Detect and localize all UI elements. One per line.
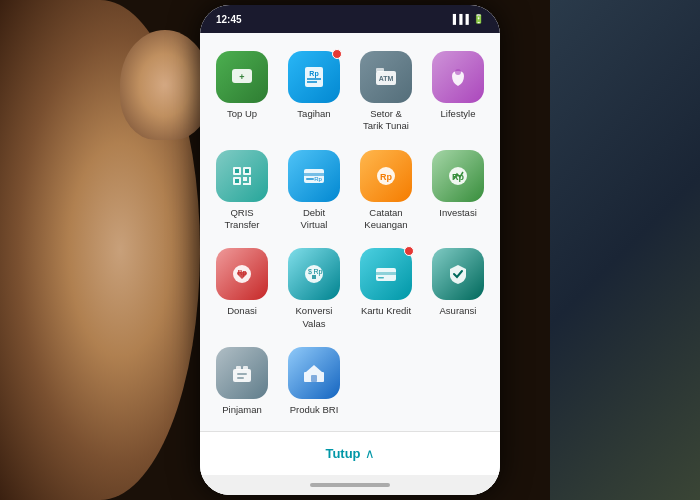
menu-item-kartu[interactable]: Kartu Kredit [352, 242, 420, 337]
svg-text:ATM: ATM [379, 75, 394, 82]
svg-text:Rp: Rp [238, 269, 247, 277]
svg-rect-21 [306, 178, 314, 180]
setor-icon-wrap: ATM [360, 51, 412, 103]
signal-icon: ▐▐▐ [450, 14, 469, 24]
svg-rect-33 [376, 272, 396, 275]
battery-icon: 🔋 [473, 14, 484, 24]
produk-icon-wrap [288, 347, 340, 399]
menu-item-qris[interactable]: QRISTransfer [208, 144, 276, 239]
svg-text:$: $ [308, 268, 312, 275]
investasi-icon: Rp [444, 162, 472, 190]
produk-label: Produk BRI [290, 404, 339, 416]
svg-text:Rp: Rp [314, 176, 322, 182]
topup-label: Top Up [227, 108, 257, 120]
home-indicator-area [200, 475, 500, 495]
lifestyle-icon-wrap [432, 51, 484, 103]
pinjaman-label: Pinjaman [222, 404, 262, 416]
donasi-icon: Rp [228, 260, 256, 288]
svg-rect-15 [235, 179, 239, 183]
home-indicator [310, 483, 390, 487]
qris-label: QRISTransfer [224, 207, 259, 232]
investasi-icon-wrap: Rp [432, 150, 484, 202]
menu-item-debit[interactable]: Rp DebitVirtual [280, 144, 348, 239]
lifestyle-label: Lifestyle [441, 108, 476, 120]
konversi-icon-wrap: $ Rp [288, 248, 340, 300]
menu-item-produk[interactable]: Produk BRI [280, 341, 348, 423]
svg-rect-34 [378, 277, 384, 279]
status-icons: ▐▐▐ 🔋 [450, 14, 484, 24]
catatan-icon-wrap: Rp [360, 150, 412, 202]
svg-rect-8 [376, 68, 384, 72]
tagihan-label: Tagihan [297, 108, 330, 120]
svg-rect-41 [311, 375, 317, 382]
setor-label: Setor &Tarik Tunai [363, 108, 409, 133]
debit-icon: Rp [300, 162, 328, 190]
menu-item-topup[interactable]: + Top Up [208, 45, 276, 140]
app-content: + Top Up Rp [200, 33, 500, 495]
tagihan-icon-wrap: Rp [288, 51, 340, 103]
pinjaman-icon [228, 359, 256, 387]
investasi-label: Investasi [439, 207, 477, 219]
svg-rect-39 [237, 377, 244, 379]
kartu-icon-wrap [360, 248, 412, 300]
asuransi-icon-wrap [432, 248, 484, 300]
qris-icon-wrap [216, 150, 268, 202]
svg-rect-11 [235, 169, 239, 173]
menu-grid: + Top Up Rp [200, 33, 500, 431]
svg-rect-35 [233, 369, 251, 382]
tutup-arrow-icon: ∧ [365, 446, 375, 461]
asuransi-label: Asuransi [440, 305, 477, 317]
kartu-icon [372, 260, 400, 288]
pinjaman-icon-wrap [216, 347, 268, 399]
menu-item-lifestyle[interactable]: Lifestyle [424, 45, 492, 140]
asuransi-icon [444, 260, 472, 288]
svg-rect-16 [243, 177, 247, 181]
konversi-label: KonversiValas [296, 305, 333, 330]
topup-icon-wrap: + [216, 51, 268, 103]
svg-rect-13 [245, 169, 249, 173]
svg-text:Rp: Rp [314, 268, 323, 276]
tutup-label: Tutup [325, 446, 360, 461]
svg-rect-17 [249, 177, 251, 185]
svg-rect-38 [237, 373, 247, 375]
svg-text:Rp: Rp [309, 70, 318, 78]
bottom-bar: Tutup ∧ [200, 431, 500, 475]
catatan-label: CatatanKeuangan [364, 207, 407, 232]
produk-icon [300, 359, 328, 387]
tagihan-icon: Rp [300, 63, 328, 91]
svg-text:Rp: Rp [380, 172, 392, 182]
phone-screen: 12:45 ▐▐▐ 🔋 + Top Up [200, 5, 500, 495]
catatan-icon: Rp [372, 162, 400, 190]
qris-icon [228, 162, 256, 190]
menu-item-asuransi[interactable]: Asuransi [424, 242, 492, 337]
svg-rect-18 [243, 183, 249, 185]
menu-item-catatan[interactable]: Rp CatatanKeuangan [352, 144, 420, 239]
topup-icon: + [228, 63, 256, 91]
konversi-icon: $ Rp [300, 260, 328, 288]
donasi-label: Donasi [227, 305, 257, 317]
menu-item-tagihan[interactable]: Rp Tagihan [280, 45, 348, 140]
setor-icon: ATM [372, 63, 400, 91]
lifestyle-icon [444, 63, 472, 91]
kartu-notification [404, 246, 414, 256]
status-time: 12:45 [216, 14, 242, 25]
phone-device: 12:45 ▐▐▐ 🔋 + Top Up [200, 5, 500, 495]
menu-item-setor[interactable]: ATM Setor &Tarik Tunai [352, 45, 420, 140]
tagihan-notification [332, 49, 342, 59]
svg-rect-36 [236, 366, 241, 370]
right-background [550, 0, 700, 500]
svg-text:+: + [239, 72, 244, 82]
finger-tip [120, 30, 210, 140]
tutup-button[interactable]: Tutup ∧ [325, 446, 374, 461]
menu-item-investasi[interactable]: Rp Investasi [424, 144, 492, 239]
menu-item-donasi[interactable]: Rp Donasi [208, 242, 276, 337]
debit-icon-wrap: Rp [288, 150, 340, 202]
svg-point-9 [455, 69, 461, 75]
kartu-label: Kartu Kredit [361, 305, 411, 317]
debit-label: DebitVirtual [301, 207, 328, 232]
menu-item-konversi[interactable]: $ Rp KonversiValas [280, 242, 348, 337]
menu-item-pinjaman[interactable]: Pinjaman [208, 341, 276, 423]
svg-rect-37 [243, 366, 248, 370]
donasi-icon-wrap: Rp [216, 248, 268, 300]
status-bar: 12:45 ▐▐▐ 🔋 [200, 5, 500, 33]
